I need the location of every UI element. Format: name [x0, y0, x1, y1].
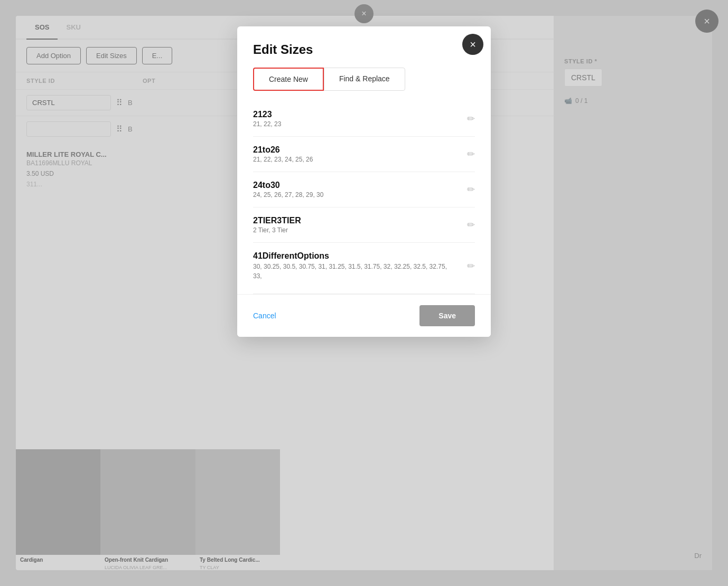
size-item-21to26: 21to26 21, 22, 23, 24, 25, 26 ✏	[253, 137, 475, 172]
size-item-41different: 41DifferentOptions 30, 30.25, 30.5, 30.7…	[253, 243, 475, 294]
tab-create-new[interactable]: Create New	[253, 68, 324, 91]
size-item-2123: 2123 21, 22, 23 ✏	[253, 101, 475, 137]
size-name-2tier3tier: 2TIER3TIER	[253, 216, 301, 225]
size-name-24to30: 24to30	[253, 181, 323, 190]
modal-close-button[interactable]: ×	[462, 34, 483, 55]
tab-find-replace[interactable]: Find & Replace	[324, 68, 405, 91]
cancel-button[interactable]: Cancel	[253, 311, 276, 320]
modal-tab-bar: Create New Find & Replace	[253, 68, 475, 91]
size-values-24to30: 24, 25, 26, 27, 28, 29, 30	[253, 191, 323, 199]
modal-footer: Cancel Save	[237, 294, 491, 337]
size-item-2tier3tier: 2TIER3TIER 2 Tier, 3 Tier ✏	[253, 207, 475, 243]
edit-icon-2tier3tier[interactable]: ✏	[467, 219, 475, 231]
edit-icon-24to30[interactable]: ✏	[467, 184, 475, 195]
edit-icon-41different[interactable]: ✏	[467, 260, 475, 272]
size-values-21to26: 21, 22, 23, 24, 25, 26	[253, 156, 313, 163]
size-name-21to26: 21to26	[253, 145, 313, 155]
modal-content: Edit Sizes Create New Find & Replace 212…	[237, 26, 491, 294]
size-values-2123: 21, 22, 23	[253, 120, 281, 128]
edit-sizes-modal: × Edit Sizes Create New Find & Replace 2…	[237, 26, 491, 337]
size-item-24to30: 24to30 24, 25, 26, 27, 28, 29, 30 ✏	[253, 172, 475, 207]
save-button[interactable]: Save	[419, 305, 475, 326]
size-values-41different: 30, 30.25, 30.5, 30.75, 31, 31.25, 31.5,…	[253, 262, 454, 281]
edit-icon-21to26[interactable]: ✏	[467, 148, 475, 160]
edit-icon-2123[interactable]: ✏	[467, 113, 475, 125]
size-name-41different: 41DifferentOptions	[253, 251, 454, 261]
size-name-2123: 2123	[253, 110, 281, 119]
size-values-2tier3tier: 2 Tier, 3 Tier	[253, 226, 301, 234]
modal-title: Edit Sizes	[253, 42, 475, 57]
size-list: 2123 21, 22, 23 ✏ 21to26 21, 22, 23, 24,…	[253, 101, 475, 294]
